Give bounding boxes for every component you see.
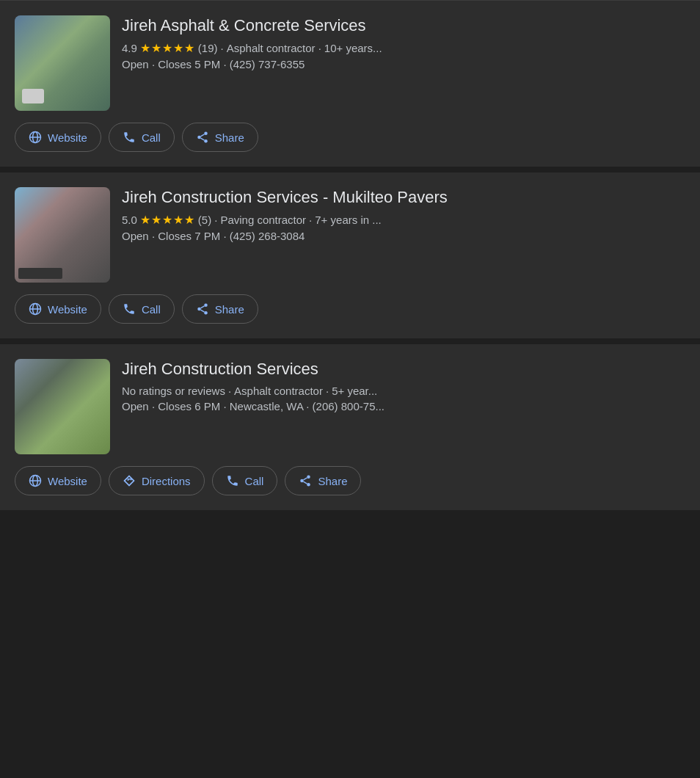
phone-icon-3 [226, 474, 239, 487]
dot-2a: · [214, 214, 217, 226]
directions-icon-3 [123, 474, 136, 487]
share-button-1[interactable]: Share [182, 123, 258, 152]
listing-hours-1: Open · Closes 5 PM · (425) 737-6355 [122, 58, 685, 70]
share-icon-3 [299, 474, 312, 487]
svg-point-23 [307, 483, 311, 487]
svg-point-5 [204, 139, 208, 143]
action-buttons-1: Website Call Share [15, 123, 685, 152]
svg-line-7 [200, 134, 204, 137]
listing-name-3: Jireh Construction Services [122, 359, 685, 380]
listing-info-1: Jireh Asphalt & Concrete Services 4.9 ★★… [122, 15, 685, 111]
listing-thumbnail-1[interactable] [15, 15, 110, 111]
website-button-3[interactable]: Website [15, 466, 101, 495]
call-button-1[interactable]: Call [109, 123, 175, 152]
no-ratings-text-3: No ratings or reviews [122, 385, 225, 397]
svg-point-4 [197, 136, 201, 139]
website-button-2[interactable]: Website [15, 294, 101, 324]
call-label-3: Call [245, 475, 264, 487]
listing-meta-1: 4.9 ★★★★★ (19) · Asphalt contractor · 10… [122, 41, 685, 55]
action-buttons-2: Website Call Share [15, 294, 685, 324]
listing-name-2: Jireh Construction Services - Mukilteo P… [122, 187, 685, 208]
listing-thumbnail-2[interactable] [15, 187, 110, 283]
closes-2: Closes 7 PM [158, 230, 220, 242]
call-label-1: Call [142, 131, 161, 144]
years-3: 5+ year... [332, 385, 377, 397]
listing-card-3: Jireh Construction Services No ratings o… [0, 344, 700, 510]
category-3: Asphalt contractor [234, 385, 323, 397]
website-label-2: Website [48, 303, 87, 316]
status-1: Open [122, 58, 149, 70]
phone-1: (425) 737-6355 [230, 58, 305, 70]
category-2: Paving contractor [220, 214, 306, 226]
rating-count-1: (19) [198, 42, 218, 54]
globe-icon-2 [29, 302, 42, 316]
share-button-2[interactable]: Share [182, 294, 258, 324]
svg-line-15 [200, 306, 204, 308]
listing-header-3: Jireh Construction Services No ratings o… [15, 359, 685, 454]
phone-icon-2 [123, 302, 136, 316]
listing-info-2: Jireh Construction Services - Mukilteo P… [122, 187, 685, 283]
listing-header-1: Jireh Asphalt & Concrete Services 4.9 ★★… [15, 15, 685, 111]
status-3: Open [122, 400, 149, 412]
thumbnail-image-1 [15, 15, 110, 111]
call-button-2[interactable]: Call [109, 294, 175, 324]
closes-3: Closes 6 PM [158, 400, 220, 412]
globe-icon-1 [29, 131, 42, 144]
listing-hours-2: Open · Closes 7 PM · (425) 268-3084 [122, 230, 685, 242]
share-label-2: Share [215, 303, 244, 316]
rating-count-2: (5) [198, 214, 211, 226]
rating-value-1: 4.9 [122, 42, 137, 54]
listing-meta-3: No ratings or reviews · Asphalt contract… [122, 385, 685, 397]
directions-button-3[interactable]: Directions [109, 466, 205, 495]
phone-icon-1 [123, 131, 136, 144]
svg-point-21 [307, 476, 311, 479]
svg-point-13 [204, 311, 208, 315]
dot-3a: · [228, 385, 231, 397]
svg-point-11 [204, 304, 208, 308]
thumbnail-image-3 [15, 359, 110, 454]
listing-name-1: Jireh Asphalt & Concrete Services [122, 15, 685, 37]
dot-2b: · [309, 214, 312, 226]
svg-point-12 [197, 308, 201, 311]
svg-point-3 [204, 132, 208, 136]
status-2: Open [122, 230, 149, 242]
category-1: Asphalt contractor [227, 42, 316, 54]
listing-meta-2: 5.0 ★★★★★ (5) · Paving contractor · 7+ y… [122, 213, 685, 227]
dot-3b: · [326, 385, 329, 397]
share-icon-2 [196, 302, 209, 316]
svg-line-24 [304, 481, 307, 484]
share-icon-1 [196, 131, 209, 144]
website-label-1: Website [48, 131, 87, 144]
share-button-3[interactable]: Share [285, 466, 361, 495]
svg-point-22 [301, 479, 305, 483]
dot-1a: · [221, 42, 224, 54]
listing-card-1: Jireh Asphalt & Concrete Services 4.9 ★★… [0, 1, 700, 167]
listing-thumbnail-3[interactable] [15, 359, 110, 454]
stars-2: ★★★★★ [140, 213, 195, 227]
stars-1: ★★★★★ [140, 41, 195, 55]
action-buttons-3: Website Directions Call Share [15, 466, 685, 495]
svg-line-25 [304, 478, 307, 480]
share-label-1: Share [215, 131, 244, 144]
thumbnail-image-2 [15, 187, 110, 283]
call-label-2: Call [142, 303, 161, 316]
globe-icon-3 [29, 474, 42, 487]
listing-hours-3: Open · Closes 6 PM · Newcastle, WA · (20… [122, 400, 685, 412]
svg-line-14 [200, 310, 204, 312]
listing-header-2: Jireh Construction Services - Mukilteo P… [15, 187, 685, 283]
directions-label-3: Directions [142, 475, 191, 487]
dot-1b: · [318, 42, 321, 54]
years-2: 7+ years in ... [315, 214, 381, 226]
closes-1: Closes 5 PM [158, 58, 220, 70]
listing-info-3: Jireh Construction Services No ratings o… [122, 359, 685, 454]
phone-2: (425) 268-3084 [230, 230, 305, 242]
website-button-1[interactable]: Website [15, 123, 101, 152]
phone-3: (206) 800-75... [313, 400, 384, 412]
call-button-3[interactable]: Call [212, 466, 278, 495]
website-label-3: Website [48, 475, 87, 487]
rating-value-2: 5.0 [122, 214, 137, 226]
listing-card-2: Jireh Construction Services - Mukilteo P… [0, 172, 700, 338]
svg-line-6 [200, 138, 204, 140]
share-label-3: Share [318, 475, 347, 487]
years-1: 10+ years... [324, 42, 382, 54]
